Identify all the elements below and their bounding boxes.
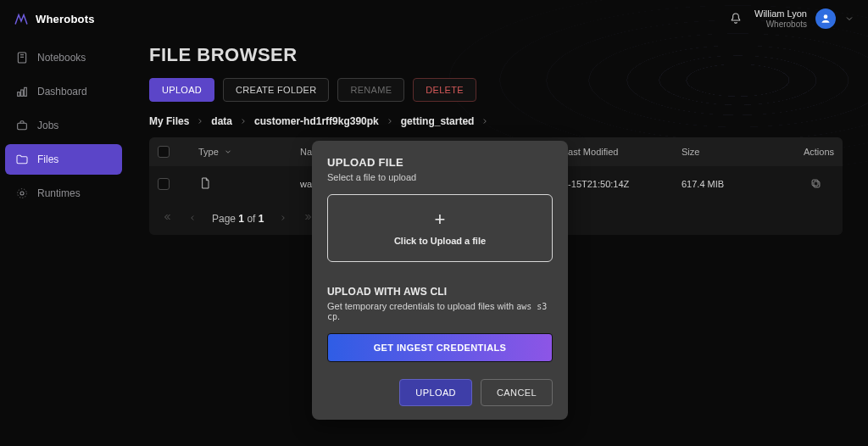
svg-point-0	[824, 14, 828, 19]
user-icon	[820, 13, 832, 25]
row-checkbox[interactable]	[158, 178, 170, 190]
upload-button[interactable]: UPLOAD	[149, 78, 214, 102]
briefcase-icon	[15, 119, 29, 132]
sidebar-item-notebooks[interactable]: Notebooks	[5, 42, 122, 73]
copy-icon[interactable]	[810, 177, 822, 190]
svg-rect-7	[18, 123, 27, 129]
th-actions: Actions	[783, 147, 843, 157]
user-menu[interactable]: William Lyon Wherobots	[754, 8, 854, 29]
sidebar-item-jobs[interactable]: Jobs	[5, 110, 122, 141]
th-last-modified[interactable]: Last Modified	[554, 147, 673, 157]
user-name: William Lyon	[754, 8, 807, 19]
chevron-right-icon	[386, 117, 394, 125]
modal-subtitle: Select a file to upload	[327, 172, 553, 182]
svg-rect-6	[25, 87, 27, 96]
sidebar-item-label: Notebooks	[37, 52, 86, 64]
create-folder-button[interactable]: CREATE FOLDER	[223, 78, 329, 102]
delete-button[interactable]: DELETE	[413, 78, 476, 102]
th-type[interactable]: Type	[198, 147, 219, 157]
chevron-right-icon	[239, 117, 248, 125]
page-title: FILE BROWSER	[149, 44, 843, 66]
sidebar-item-files[interactable]: Files	[5, 144, 122, 175]
crumb[interactable]: data	[211, 115, 232, 127]
brand-name: Wherobots	[36, 13, 95, 25]
svg-rect-10	[814, 181, 820, 187]
page-first[interactable]	[163, 212, 173, 225]
get-credentials-button[interactable]: GET INGEST CREDENTIALS	[327, 333, 553, 362]
svg-rect-4	[18, 92, 20, 97]
cell-size: 617.4 MIB	[673, 179, 783, 189]
sidebar-item-label: Dashboard	[37, 86, 87, 98]
page-next[interactable]	[279, 213, 287, 225]
breadcrumb: My Files data customer-hd1rff9kg390pk ge…	[149, 115, 843, 127]
cli-section-desc: Get temporary credentials to upload file…	[327, 301, 553, 321]
svg-rect-5	[21, 90, 24, 96]
sidebar-item-label: Files	[37, 153, 58, 165]
sidebar-item-label: Runtimes	[37, 187, 81, 199]
upload-modal: UPLOAD FILE Select a file to upload + Cl…	[312, 141, 568, 420]
notifications-icon[interactable]	[729, 12, 743, 25]
crumb[interactable]: My Files	[149, 115, 189, 127]
rename-button[interactable]: RENAME	[337, 78, 404, 102]
chevron-right-icon	[196, 117, 204, 125]
cell-last-modified: 2-15T21:50:14Z	[554, 179, 673, 189]
modal-cancel-button[interactable]: CANCEL	[481, 379, 553, 406]
page-prev[interactable]	[188, 213, 197, 225]
svg-rect-1	[18, 53, 25, 63]
plus-icon: +	[435, 210, 446, 229]
notebook-icon	[15, 51, 29, 64]
crumb[interactable]: customer-hd1rff9kg390pk	[254, 115, 379, 127]
modal-actions: UPLOAD CANCEL	[327, 379, 553, 406]
avatar	[815, 8, 836, 29]
sidebar-item-dashboard[interactable]: Dashboard	[5, 76, 122, 107]
top-right: William Lyon Wherobots	[729, 8, 854, 29]
chevron-down-icon	[844, 14, 854, 24]
brand-logo-icon	[14, 11, 29, 26]
brand: Wherobots	[14, 11, 95, 26]
modal-title: UPLOAD FILE	[327, 156, 553, 169]
top-bar: Wherobots William Lyon Wherobots	[0, 0, 868, 37]
page-indicator: Page 1 of 1	[212, 213, 264, 225]
file-icon	[198, 176, 212, 190]
crumb[interactable]: getting_started	[401, 115, 475, 127]
svg-point-9	[18, 189, 27, 198]
chevron-down-icon	[224, 148, 232, 156]
sidebar: Notebooks Dashboard Jobs Files Runtimes	[0, 37, 127, 446]
user-org: Wherobots	[754, 20, 807, 29]
svg-rect-11	[812, 180, 818, 186]
chevron-right-icon	[481, 117, 489, 125]
select-all-checkbox[interactable]	[158, 146, 170, 158]
svg-point-8	[20, 192, 24, 195]
toolbar: UPLOAD CREATE FOLDER RENAME DELETE	[149, 78, 843, 102]
sidebar-item-runtimes[interactable]: Runtimes	[5, 178, 122, 209]
upload-dropzone[interactable]: + Click to Upload a file	[327, 194, 553, 262]
dashboard-icon	[15, 85, 29, 98]
th-size[interactable]: Size	[673, 147, 783, 157]
modal-upload-button[interactable]: UPLOAD	[399, 379, 472, 406]
runtimes-icon	[15, 187, 29, 200]
cli-section-title: UPLOAD WITH AWS CLI	[327, 286, 553, 298]
folder-icon	[15, 153, 29, 166]
sidebar-item-label: Jobs	[37, 120, 58, 131]
dropzone-text: Click to Upload a file	[394, 236, 486, 246]
